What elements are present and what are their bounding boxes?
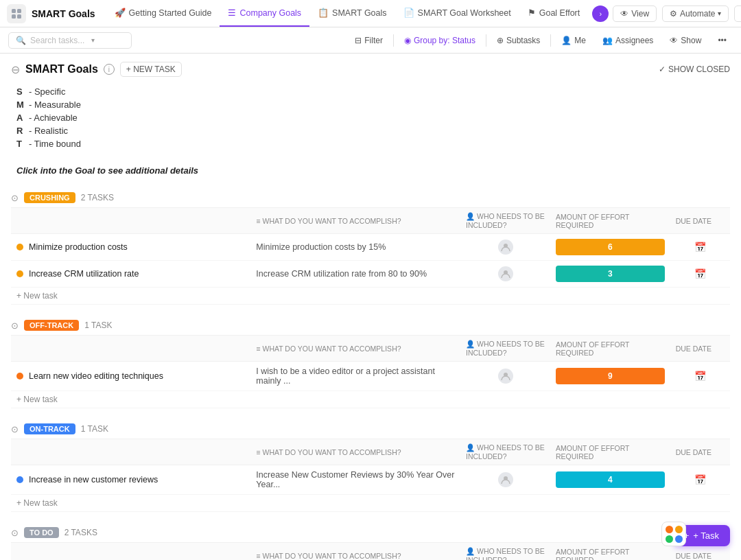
new-task-link[interactable]: + New task: [16, 395, 58, 404]
tab-company-goals-label: Company Goals: [239, 8, 301, 18]
status-badge-todo[interactable]: TO DO: [24, 527, 59, 538]
table-row[interactable]: Learn new video editing techniques I wis…: [11, 362, 730, 391]
tab-getting-started[interactable]: 🚀 Getting Started Guide: [106, 0, 220, 27]
calendar-icon[interactable]: 📅: [694, 371, 706, 382]
new-task-row[interactable]: + New task: [11, 288, 730, 305]
share-button[interactable]: ⤴ Share: [734, 5, 741, 22]
calendar-icon[interactable]: 📅: [694, 474, 706, 485]
float-btn-label: + Task: [693, 530, 719, 541]
task-table-ontrack: ≡WHAT DO YOU WANT TO ACCOMPLISH? 👤WHO NE…: [11, 439, 730, 512]
show-closed-button[interactable]: ✓ SHOW CLOSED: [659, 65, 730, 74]
worksheet-icon: 📄: [403, 8, 414, 18]
acronym-r: R - Realistic: [16, 124, 730, 137]
new-task-row[interactable]: + New task: [11, 391, 730, 408]
group-offtrack: ⊙ OFF-TRACK 1 TASK ≡WHAT DO YOU WANT TO …: [11, 316, 730, 408]
letter-t: T: [16, 139, 25, 149]
group-header-todo[interactable]: ⊙ TO DO 2 TASKS: [11, 523, 730, 542]
color-grid-button[interactable]: [661, 522, 686, 546]
toolbar: 🔍 Search tasks... ▾ ⊟ Filter ◉ Group by:…: [0, 27, 741, 54]
task-status-dot: [16, 373, 23, 380]
automate-button[interactable]: ⚙ Automate ▾: [662, 5, 729, 22]
more-options-button[interactable]: •••: [711, 32, 733, 49]
col-accomplish: ≡WHAT DO YOU WANT TO ACCOMPLISH?: [250, 336, 460, 362]
tab-goal-effort[interactable]: ⚑ Goal Effort: [519, 0, 589, 27]
table-row[interactable]: Increase CRM utilization rate Increase C…: [11, 261, 730, 288]
task-table-crushing: ≡WHAT DO YOU WANT TO ACCOMPLISH? 👤WHO NE…: [11, 207, 730, 305]
view-button[interactable]: 👁 View: [613, 5, 657, 22]
tab-company-goals[interactable]: ☰ Company Goals: [220, 0, 309, 27]
task-name-cell: Learn new video editing techniques: [11, 362, 250, 391]
svg-rect-0: [12, 9, 16, 13]
group-toggle-ontrack[interactable]: ⊙: [11, 424, 19, 434]
calendar-icon[interactable]: 📅: [694, 242, 706, 253]
new-task-label: + NEW TASK: [126, 65, 176, 74]
effort-cell: 3: [550, 261, 670, 288]
subtasks-button[interactable]: ⊕ Subtasks: [491, 32, 546, 49]
accomplish-col-icon: ≡: [256, 448, 260, 456]
group-toggle-crushing[interactable]: ⊙: [11, 193, 19, 203]
due-date-cell[interactable]: 📅: [670, 261, 730, 288]
new-task-cell: + New task: [11, 288, 730, 305]
calendar-icon[interactable]: 📅: [694, 268, 706, 279]
search-box[interactable]: 🔍 Search tasks... ▾: [8, 32, 132, 49]
group-header-ontrack[interactable]: ⊙ ON-TRACK 1 TASK: [11, 419, 730, 439]
group-header-offtrack[interactable]: ⊙ OFF-TRACK 1 TASK: [11, 316, 730, 335]
accomplish-col-icon: ≡: [256, 552, 260, 560]
new-task-link[interactable]: + New task: [16, 291, 58, 301]
status-badge-ontrack[interactable]: ON-TRACK: [24, 423, 75, 434]
group-header-crushing[interactable]: ⊙ CRUSHING 2 TASKS: [11, 188, 730, 207]
info-icon[interactable]: i: [104, 64, 115, 75]
include-col-icon: 👤: [466, 443, 475, 452]
show-button[interactable]: 👁 Show: [663, 32, 707, 49]
new-task-cell: + New task: [11, 391, 730, 408]
user-avatar: [498, 369, 513, 384]
filter-button[interactable]: ⊟ Filter: [349, 32, 389, 49]
due-date-cell[interactable]: 📅: [670, 465, 730, 495]
task-name-text: Increase CRM utilization rate: [29, 269, 139, 279]
new-task-cell: + New task: [11, 495, 730, 512]
checkmark-icon: ✓: [659, 65, 666, 74]
automate-chevron-icon: ▾: [718, 10, 721, 17]
new-task-link[interactable]: + New task: [16, 498, 58, 508]
tab-smart-goals-label: SMART Goals: [332, 8, 386, 18]
group-toggle-todo[interactable]: ⊙: [11, 528, 19, 538]
tab-goal-effort-label: Goal Effort: [539, 8, 580, 18]
filter-label: Filter: [364, 36, 383, 45]
accomplish-cell: I wish to be a video editor or a project…: [250, 362, 460, 391]
assignees-button[interactable]: 👥 Assignees: [596, 32, 659, 49]
page-header: ⊖ SMART Goals i + NEW TASK ✓ SHOW CLOSED: [11, 54, 730, 82]
show-closed-label: SHOW CLOSED: [668, 65, 730, 74]
accomplish-col-icon: ≡: [256, 345, 260, 353]
collapse-icon[interactable]: ⊖: [11, 63, 20, 76]
due-date-cell[interactable]: 📅: [670, 234, 730, 261]
color-dot-2: [675, 526, 683, 533]
acronym-t: T - Time bound: [16, 137, 730, 150]
effort-bar: 9: [556, 368, 665, 384]
acronym-r-text: - Realistic: [29, 126, 68, 136]
app-icon: [7, 4, 26, 23]
task-status-dot: [16, 244, 23, 250]
task-count-todo: 2 TASKS: [64, 528, 97, 537]
include-cell: [460, 234, 550, 261]
user-avatar: [498, 240, 513, 255]
new-task-row[interactable]: + New task: [11, 495, 730, 512]
col-include: 👤WHO NEEDS TO BE INCLUDED?: [460, 543, 550, 561]
due-date-cell[interactable]: 📅: [670, 362, 730, 391]
group-by-button[interactable]: ◉ Group by: Status: [398, 32, 482, 49]
me-button[interactable]: 👤 Me: [555, 32, 592, 49]
task-table-offtrack: ≡WHAT DO YOU WANT TO ACCOMPLISH? 👤WHO NE…: [11, 335, 730, 408]
group-todo: ⊙ TO DO 2 TASKS ≡WHAT DO YOU WANT TO ACC…: [11, 523, 730, 560]
tab-smart-goals[interactable]: 📋 SMART Goals: [309, 0, 395, 27]
task-name-cell: Increase in new customer reviews: [11, 465, 250, 495]
new-task-button[interactable]: + NEW TASK: [120, 62, 182, 77]
tab-more-button[interactable]: ›: [592, 5, 609, 22]
status-badge-crushing[interactable]: CRUSHING: [24, 192, 75, 203]
task-status-dot: [16, 476, 23, 483]
status-badge-offtrack[interactable]: OFF-TRACK: [24, 320, 79, 331]
table-row[interactable]: Minimize production costs Minimize produ…: [11, 234, 730, 261]
table-row[interactable]: Increase in new customer reviews Increas…: [11, 465, 730, 495]
getting-started-icon: 🚀: [115, 8, 126, 18]
tab-smart-goal-worksheet[interactable]: 📄 SMART Goal Worksheet: [395, 0, 519, 27]
task-count-ontrack: 1 TASK: [81, 424, 108, 434]
group-toggle-offtrack[interactable]: ⊙: [11, 320, 19, 331]
